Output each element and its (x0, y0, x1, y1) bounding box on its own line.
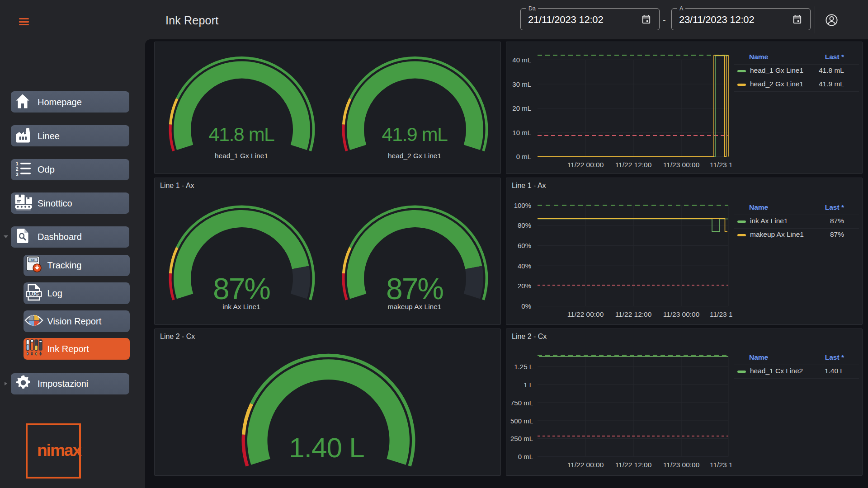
svg-text:0 mL: 0 mL (518, 453, 533, 460)
svg-text:1: 1 (16, 161, 19, 166)
svg-text:10 mL: 10 mL (512, 129, 531, 136)
svg-text:KG: KG (31, 258, 36, 262)
svg-text:750 mL: 750 mL (510, 399, 533, 407)
svg-text:1 L: 1 L (524, 381, 533, 389)
svg-text:500 mL: 500 mL (510, 417, 533, 425)
svg-text:2: 2 (16, 167, 19, 172)
svg-text:250 mL: 250 mL (510, 435, 533, 442)
svg-text:20%: 20% (518, 282, 531, 290)
svg-text:40 mL: 40 mL (512, 56, 531, 64)
svg-text:60%: 60% (518, 242, 531, 249)
svg-text:0%: 0% (521, 302, 531, 310)
svg-text:20 mL: 20 mL (512, 104, 531, 112)
svg-text:100%: 100% (514, 202, 531, 209)
svg-text:3: 3 (16, 172, 19, 176)
svg-text:30 mL: 30 mL (512, 80, 531, 88)
svg-text:LOG: LOG (29, 291, 39, 296)
svg-text:80%: 80% (518, 221, 531, 229)
svg-text:1.25 L: 1.25 L (514, 363, 533, 371)
svg-text:0 mL: 0 mL (516, 153, 531, 160)
svg-text:40%: 40% (518, 262, 531, 270)
